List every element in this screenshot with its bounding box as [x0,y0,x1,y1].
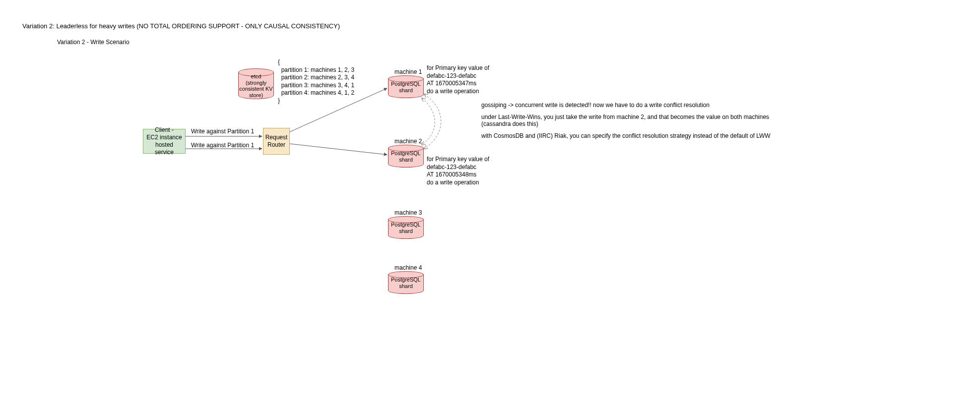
notes-line-2: under Last-Write-Wins, you just take the… [481,114,779,127]
machine-2-cylinder: PostgreSQL shard [388,145,424,167]
machine-1-shard-label: PostgreSQL shard [388,81,424,93]
client-node: Client - EC2 instance hosted service [143,129,186,154]
machine-3-label: machine 3 [394,209,422,216]
notes-line-1: gossiping -> concurrent write is detecte… [481,102,779,109]
etcd-label: etcd (strongly consistent KV store) [238,73,274,99]
edge-label-write-2: Write against Partition 1 [191,142,254,149]
machine-1-cylinder: PostgreSQL shard [388,75,424,97]
diagram-title: Variation 2: Leaderless for heavy writes… [22,22,340,30]
machine-2-writeop-text: for Primary key value of defabc-123-defa… [427,156,489,186]
machine-3-shard-label: PostgreSQL shard [388,222,424,234]
notes-block: gossiping -> concurrent write is detecte… [481,102,779,144]
etcd-cylinder: etcd (strongly consistent KV store) [238,68,274,98]
machine-4-shard-label: PostgreSQL shard [388,277,424,289]
machine-1-writeop-text: for Primary key value of defabc-123-defa… [427,64,489,95]
machine-4-cylinder: PostgreSQL shard [388,271,424,293]
machine-2-label: machine 2 [394,138,422,145]
machine-2-shard-label: PostgreSQL shard [388,150,424,163]
partition-map-text: { partition 1: machines 1, 2, 3 partitio… [278,58,354,105]
machine-4-label: machine 4 [394,264,422,271]
edge-label-write-1: Write against Partition 1 [191,128,254,135]
machine-1-label: machine 1 [394,68,422,75]
notes-line-3: with CosmosDB and (IIRC) Riak, you can s… [481,132,779,139]
connections-svg [0,0,980,404]
machine-3-cylinder: PostgreSQL shard [388,216,424,238]
diagram-subtitle: Variation 2 - Write Scenario [57,39,130,46]
svg-line-3 [290,144,387,155]
request-router-node: Request Router [263,128,290,155]
